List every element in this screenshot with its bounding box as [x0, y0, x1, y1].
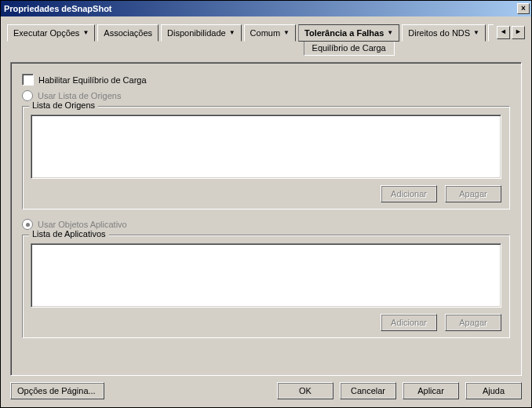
subtab-equilibrio-carga[interactable]: Equilíbrio de Carga [304, 42, 395, 56]
tab-scroll-controls: ◄ ► [497, 24, 525, 39]
dropdown-icon: ▼ [473, 30, 479, 36]
page-options-button[interactable]: Opções de Página... [10, 382, 104, 399]
chevron-right-icon: ► [515, 27, 522, 35]
tab-executar-opcoes[interactable]: Executar Opções ▼ [7, 24, 95, 42]
scroll-left-button[interactable]: ◄ [497, 26, 510, 39]
apply-button[interactable]: Aplicar [403, 382, 459, 399]
sources-legend: Lista de Origens [29, 100, 98, 110]
close-button[interactable]: × [517, 3, 530, 14]
scroll-right-button[interactable]: ► [512, 26, 525, 39]
apps-delete-button[interactable]: Apagar [445, 314, 501, 331]
tab-label: Direitos do NDS [408, 28, 470, 38]
use-apps-radio[interactable] [22, 219, 33, 230]
tab-label: Comum [250, 28, 281, 38]
enable-row: Habilitar Equilíbrio de Carga [22, 74, 510, 86]
use-sources-label: Usar Lista de Origens [38, 91, 121, 100]
dropdown-icon: ▼ [387, 30, 393, 36]
use-sources-radio[interactable] [22, 90, 33, 101]
tab-label: Tolerância a Falhas [304, 28, 384, 38]
tab-comum[interactable]: Comum ▼ [244, 24, 296, 42]
cancel-button[interactable]: Cancelar [340, 382, 396, 399]
tab-strip: Executar Opções ▼ Associações Disponibil… [1, 16, 531, 56]
dropdown-icon: ▼ [82, 30, 89, 36]
ok-button[interactable]: OK [277, 382, 333, 399]
tab-tolerancia-falhas-wrap: Tolerância a Falhas ▼ Equilíbrio de Carg… [298, 24, 399, 56]
dialog-footer: Opções de Página... OK Cancelar Aplicar … [1, 376, 531, 407]
use-apps-row: Usar Objetos Aplicativo [22, 219, 510, 230]
tab-disponibilidade[interactable]: Disponibilidade ▼ [161, 24, 242, 42]
properties-dialog: Propriedades deSnapShot × Executar Opçõe… [0, 0, 532, 408]
tab-label: Disponibilidade [167, 28, 226, 38]
apps-add-button[interactable]: Adicionar [381, 314, 437, 331]
subtab-label: Equilíbrio de Carga [312, 43, 386, 53]
use-sources-row: Usar Lista de Origens [22, 90, 510, 101]
window-title: Propriedades deSnapShot [4, 4, 516, 13]
apps-group: Lista de Aplicativos Adicionar Apagar [22, 235, 510, 338]
sources-listbox[interactable] [31, 115, 501, 179]
apps-legend: Lista de Aplicativos [29, 229, 109, 239]
tab-direitos-nds[interactable]: Direitos do NDS ▼ [402, 24, 486, 42]
enable-load-balance-label: Habilitar Equilíbrio de Carga [38, 75, 147, 85]
help-button[interactable]: Ajuda [465, 382, 522, 399]
tab-panel: Habilitar Equilíbrio de Carga Usar Lista… [10, 62, 522, 376]
dialog-body: Executar Opções ▼ Associações Disponibil… [1, 16, 531, 407]
dropdown-icon: ▼ [283, 30, 290, 36]
sources-delete-button[interactable]: Apagar [445, 185, 501, 202]
tab-overflow[interactable]: Ou [488, 24, 494, 42]
tab-label: Executar Opções [13, 28, 79, 38]
dropdown-icon: ▼ [229, 30, 235, 36]
chevron-left-icon: ◄ [500, 27, 507, 35]
tabs-container: Executar Opções ▼ Associações Disponibil… [7, 24, 494, 56]
use-apps-label: Usar Objetos Aplicativo [38, 220, 127, 229]
tab-associacoes[interactable]: Associações [97, 24, 159, 42]
enable-load-balance-checkbox[interactable] [22, 74, 34, 86]
sources-group: Lista de Origens Adicionar Apagar [22, 106, 510, 209]
tab-label: Associações [104, 28, 152, 38]
apps-listbox[interactable] [31, 243, 501, 308]
tab-tolerancia-falhas[interactable]: Tolerância a Falhas ▼ [298, 24, 399, 42]
titlebar: Propriedades deSnapShot × [1, 1, 531, 16]
sources-add-button[interactable]: Adicionar [381, 185, 437, 202]
